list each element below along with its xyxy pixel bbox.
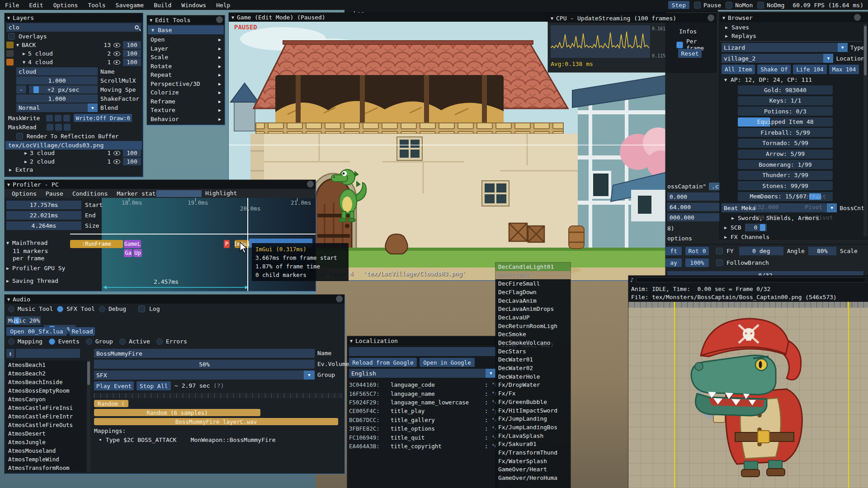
expand-icon[interactable]: ▶	[725, 33, 728, 38]
swords-row[interactable]: ▶Swords, Shields, Armors	[731, 215, 819, 221]
event-volume-bar[interactable]: 50%	[94, 360, 315, 369]
stats-header-row[interactable]: ▼ AP: 12, DP: 24, CP: 111	[724, 76, 812, 83]
browser-titlebar[interactable]: ▼ Browser	[720, 13, 868, 22]
layer-color-swatch[interactable]	[6, 42, 14, 48]
gpu-thread-row[interactable]: ▶Profiler GPU Sy	[6, 265, 65, 272]
audio-window-button[interactable]	[336, 296, 343, 302]
sound-list-item[interactable]: AtmosBossEmptyRoom	[6, 386, 87, 395]
audio-filter-radio[interactable]: Active	[119, 338, 150, 345]
fy-checkbox[interactable]	[716, 248, 723, 254]
edit-tool-item[interactable]: Perspective/3D ▶	[148, 80, 224, 88]
fx-list-item[interactable]: DecLavaAnimDrops	[495, 305, 571, 313]
sample-bar[interactable]: Random (	[94, 400, 128, 407]
fx-channels-row[interactable]: ▶FX Channels	[724, 234, 769, 240]
profiler-start-input[interactable]: 17.757ms	[6, 201, 81, 209]
chevron-down-icon[interactable]: ▼	[827, 203, 837, 212]
item-button[interactable]: Fireball: 5/99	[738, 128, 833, 137]
stop-all-button[interactable]: Stop All	[137, 381, 171, 390]
cpu-titlebar[interactable]: ▼ CPU - UpdateStreaming (100 frames)	[548, 14, 716, 23]
localization-row[interactable]: 16F565C7: language_name : 'E	[349, 389, 498, 398]
edit-tools-window-button[interactable]	[216, 16, 223, 23]
menu-item[interactable]: Build	[149, 2, 176, 9]
menu-item[interactable]: Help	[211, 2, 235, 9]
profiler-titlebar[interactable]: ▼ Profiler - PC	[5, 180, 316, 189]
scb-row[interactable]: ▶ SCB 0	[724, 224, 767, 231]
fx-list-item[interactable]: DecSmoke	[495, 330, 571, 339]
main-thread-row[interactable]: ▼MainThread	[6, 239, 47, 246]
browser-scrollbar[interactable]	[863, 24, 867, 236]
collapse-icon[interactable]: ▼	[350, 338, 353, 343]
expand-icon[interactable]: ▶	[725, 25, 728, 30]
chevron-down-icon[interactable]: ▼	[838, 43, 848, 52]
overlays-checkbox[interactable]	[8, 33, 15, 40]
sound-list-item[interactable]: AtmosCastleFireInsi	[6, 404, 87, 412]
edit-tool-item[interactable]: Rotate ▶	[148, 62, 224, 70]
item-button[interactable]: Arrow: 5/99	[738, 150, 833, 159]
fx-list-item[interactable]: DecFireSmall	[495, 279, 571, 288]
item-button[interactable]: Potions: 0/3	[738, 107, 833, 116]
sound-list-item[interactable]: AtmosJungle	[6, 438, 87, 446]
sound-list-item[interactable]: AtmosCastleFireOuts	[6, 421, 87, 429]
item-button[interactable]: Boomerang: 1/99	[738, 160, 833, 169]
profiler-size-input[interactable]: 4.264ms	[6, 221, 81, 230]
action-button[interactable]: Max 104	[829, 65, 859, 74]
fx-list-item[interactable]: DecFire01	[495, 271, 571, 280]
layer-row[interactable]: ▶ 2 cloud 1 100	[6, 157, 141, 166]
marker-p[interactable]: P	[224, 240, 230, 248]
audio-mode-radio[interactable]: SFX Tool	[57, 305, 95, 312]
item-button[interactable]: Stones: 99/99	[738, 181, 833, 190]
expand-icon[interactable]: ▶	[6, 278, 9, 283]
location-dropdown[interactable]: village_2 ▼	[722, 54, 833, 63]
fx-list-item[interactable]: Fx/JumpLanding	[495, 414, 571, 423]
layer-row[interactable]: ▼ 4 cloud 1 100	[6, 58, 141, 66]
profiler-menu-item[interactable]: Conditions	[68, 190, 112, 197]
pct-button[interactable]: 100%	[685, 258, 709, 267]
localization-list[interactable]: 3C044169: language_code : 'E 16F565C7: l…	[349, 380, 498, 488]
fx-list-item[interactable]: Fx/DropWater	[495, 381, 571, 389]
inspector-field[interactable]: 0.000	[667, 192, 721, 201]
collapse-icon[interactable]: ▼	[551, 16, 553, 21]
browser-window-button[interactable]	[854, 14, 861, 21]
reload-google-button[interactable]: Reload from Google	[349, 358, 417, 367]
collapse-icon[interactable]: ▼	[6, 240, 9, 245]
open-google-button[interactable]: Open in Google	[420, 358, 475, 367]
expand-icon[interactable]: ▶	[724, 235, 727, 239]
fx-list-item[interactable]: Fx/HitImpactSword	[495, 406, 571, 415]
fx-list-item[interactable]: Fx/Sakura01	[495, 440, 571, 448]
fx-list-item[interactable]: GameOver/Heart	[495, 465, 571, 474]
maskread-flag-1[interactable]	[47, 124, 53, 131]
expand-icon[interactable]: ▶	[9, 167, 12, 172]
edit-tool-item[interactable]: Texture ▶	[148, 106, 224, 114]
marker-up[interactable]: Up	[133, 249, 142, 257]
left-button[interactable]: ft	[665, 247, 682, 255]
sound-list-item[interactable]: AtmosMouseland	[6, 446, 87, 455]
sound-list-item[interactable]: AtmosCastleFireIntr	[6, 412, 87, 421]
collapse-icon[interactable]: ▼	[7, 15, 10, 20]
marker-ga[interactable]: Ga	[124, 249, 132, 257]
sprite-canvas[interactable]	[628, 308, 868, 488]
scrollmul-input[interactable]: 1.000	[16, 76, 98, 84]
visibility-eye-icon[interactable]	[113, 43, 120, 47]
expand-icon[interactable]: ▶	[24, 150, 27, 155]
maskwrite-flag-1[interactable]	[46, 115, 53, 122]
maskread-flag-3[interactable]	[64, 124, 71, 131]
fx-list-item[interactable]: DecFlagDown	[495, 288, 571, 296]
action-button[interactable]: Life 104	[793, 65, 826, 74]
localization-row[interactable]: EA464A3B: title_copyright : '©	[349, 442, 498, 450]
layer-opacity[interactable]: 100	[123, 158, 141, 165]
highlight-label[interactable]: Highlight	[205, 190, 237, 197]
audio-mode-radio[interactable]: Debug	[99, 305, 126, 312]
highlight-swatch-button[interactable]	[156, 190, 202, 197]
audio-filter-radio[interactable]: Errors	[156, 338, 187, 345]
music-volume-slider[interactable]: Music 20%	[6, 316, 41, 325]
edit-tool-item[interactable]: Open ▶	[148, 35, 224, 44]
chevron-down-icon[interactable]: ▼	[88, 103, 98, 112]
layer-row[interactable]: ▶ 5 cloud 2 100	[6, 49, 141, 58]
chevron-down-icon[interactable]: ▼	[486, 369, 496, 378]
sound-list-item[interactable]: AtmosCanyon	[6, 395, 87, 404]
inspector-field[interactable]: 64.000	[667, 203, 721, 211]
play-button[interactable]: ay	[665, 258, 682, 267]
item-button[interactable]: Gold: 983040	[738, 85, 833, 94]
per-frame-checkbox[interactable]	[676, 42, 683, 48]
group-dropdown[interactable]: SFX ▼	[94, 371, 315, 380]
